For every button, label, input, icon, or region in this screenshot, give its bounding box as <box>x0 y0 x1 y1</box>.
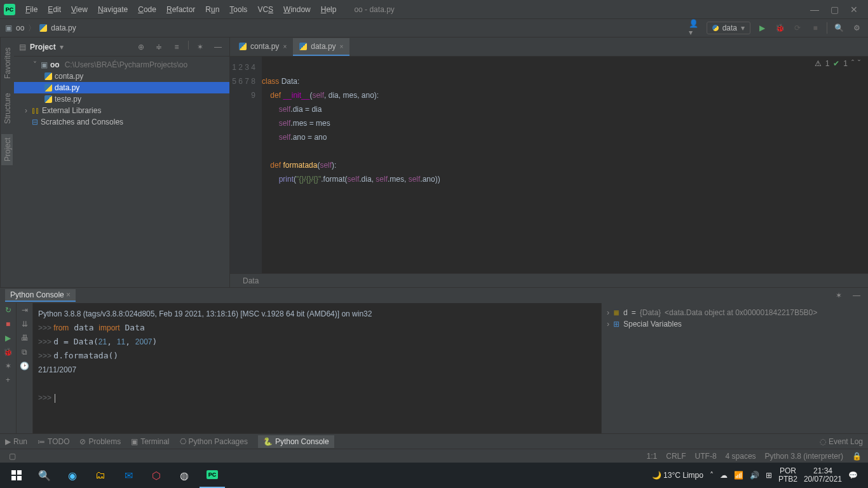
run-config-selector[interactable]: data ▾ <box>707 22 750 34</box>
chrome-icon[interactable]: ◍ <box>172 463 197 488</box>
console-hide-icon[interactable]: — <box>850 289 863 302</box>
code-editor[interactable]: 1 2 3 4 5 6 7 8 9 class Data: def __init… <box>230 57 868 273</box>
console-tab-label[interactable]: Python Console × <box>5 289 76 302</box>
btab-todo[interactable]: ≔ TODO <box>37 437 69 446</box>
print-icon[interactable]: 🖶 <box>21 334 29 342</box>
close-button[interactable]: ✕ <box>850 4 858 15</box>
favorites-tool-tab[interactable]: Favorites <box>2 44 13 83</box>
search-button[interactable]: 🔍 <box>832 22 845 34</box>
settings-button[interactable]: ⚙ <box>850 22 863 34</box>
scratches[interactable]: ⊟Scratches and Consoles <box>14 116 229 128</box>
indent-info[interactable]: 4 spaces <box>726 452 756 461</box>
weather-widget[interactable]: 🌙 13°C Limpo <box>652 471 703 480</box>
variables-panel[interactable]: ›≣ d = {Data} <data.Data object at 0x000… <box>601 303 868 433</box>
console-more-icon[interactable]: ✶ <box>5 362 11 370</box>
console-add-icon[interactable]: + <box>6 376 10 384</box>
maximize-button[interactable]: ▢ <box>831 4 839 15</box>
console-run-icon[interactable]: ▶ <box>5 334 11 342</box>
breadcrumb[interactable]: ▣ oo 〉 data.py <box>5 23 76 34</box>
close-icon[interactable]: × <box>283 43 287 50</box>
status-presentation-icon[interactable]: ▢ <box>9 452 16 461</box>
run-button[interactable]: ▶ <box>756 22 768 34</box>
project-root[interactable]: ˅▣ oo C:\Users\BRAÉ\PycharmProjects\oo <box>14 59 229 71</box>
menu-help[interactable]: Help <box>316 3 342 17</box>
menu-edit[interactable]: Edit <box>43 3 66 17</box>
onedrive-icon[interactable]: ☁ <box>720 471 728 480</box>
tab-data[interactable]: data.py× <box>293 38 349 56</box>
tab-conta[interactable]: conta.py× <box>233 38 293 56</box>
menu-code[interactable]: Code <box>133 3 161 17</box>
menu-view[interactable]: View <box>66 3 93 17</box>
dropbox-icon[interactable]: ⊞ <box>766 471 772 480</box>
soft-wrap-icon[interactable]: ⇥ <box>22 306 28 315</box>
rerun-icon[interactable]: ↻ <box>5 306 11 315</box>
inspection-widget[interactable]: ⚠1 ✔1 ˆ ˇ <box>815 59 860 68</box>
chevron-up-icon[interactable]: ˆ <box>851 59 854 68</box>
start-button[interactable] <box>4 463 29 488</box>
link-icon[interactable]: ⧉ <box>22 348 27 356</box>
debug-console-icon[interactable]: 🐞 <box>3 348 13 356</box>
var-d[interactable]: ›≣ d = {Data} <data.Data object at 0x000… <box>607 307 863 318</box>
history-icon[interactable]: 🕑 <box>20 362 29 370</box>
menu-window[interactable]: Window <box>278 3 316 17</box>
breadcrumb-root[interactable]: oo <box>16 24 24 32</box>
notifications-icon[interactable]: 💬 <box>848 471 858 480</box>
edge-icon[interactable]: ◉ <box>60 463 85 488</box>
console-stop-icon[interactable]: ■ <box>6 320 10 329</box>
btab-console[interactable]: 🐍 Python Console <box>258 435 334 448</box>
app-icon-1[interactable]: ⬡ <box>144 463 169 488</box>
btab-eventlog[interactable]: ◌ Event Log <box>820 437 863 446</box>
chevron-down-icon[interactable]: ˇ <box>858 59 860 68</box>
menu-tools[interactable]: Tools <box>224 3 252 17</box>
stop-button[interactable]: ■ <box>809 22 822 34</box>
btab-packages[interactable]: ⎔ Python Packages <box>180 437 248 446</box>
coverage-button[interactable]: ⟳ <box>791 22 804 34</box>
console-settings-icon[interactable]: ✶ <box>832 289 845 302</box>
breadcrumb-file[interactable]: data.py <box>51 24 76 32</box>
structure-tool-tab[interactable]: Structure <box>2 89 13 128</box>
menu-vcs[interactable]: VCS <box>252 3 278 17</box>
external-libraries[interactable]: ›⫿⫿External Libraries <box>14 105 229 116</box>
menu-file[interactable]: File <box>20 3 43 17</box>
btab-run[interactable]: ▶ Run <box>5 437 27 446</box>
code-content[interactable]: class Data: def __init__(self, dia, mes,… <box>262 57 868 273</box>
scroll-icon[interactable]: ⇊ <box>22 320 28 329</box>
search-taskbar-icon[interactable]: 🔍 <box>32 463 57 488</box>
wifi-icon[interactable]: 📶 <box>734 471 743 480</box>
interpreter-info[interactable]: Python 3.8 (interpreter) <box>765 452 843 461</box>
collapse-icon[interactable]: ≡ <box>170 41 183 53</box>
language-indicator[interactable]: PORPTB2 <box>778 467 797 484</box>
close-icon[interactable]: × <box>340 43 344 50</box>
menu-navigate[interactable]: Navigate <box>93 3 133 17</box>
caret-position[interactable]: 1:1 <box>647 452 658 461</box>
btab-terminal[interactable]: ▣ Terminal <box>131 437 169 446</box>
debug-button[interactable]: 🐞 <box>773 22 786 34</box>
console-output[interactable]: Python 3.8.8 (tags/v3.8.8:024d805, Feb 1… <box>33 303 601 433</box>
panel-hide-icon[interactable]: — <box>212 41 224 53</box>
line-separator[interactable]: CRLF <box>666 452 686 461</box>
project-tool-tab[interactable]: Project <box>2 134 13 165</box>
outlook-icon[interactable]: ✉ <box>116 463 141 488</box>
line-gutter[interactable]: 1 2 3 4 5 6 7 8 9 <box>230 57 262 273</box>
minimize-button[interactable]: — <box>810 4 819 15</box>
panel-settings-icon[interactable]: ✶ <box>194 41 207 53</box>
file-encoding[interactable]: UTF-8 <box>695 452 717 461</box>
pycharm-taskbar-icon[interactable]: PC <box>200 463 225 488</box>
project-tree[interactable]: ˅▣ oo C:\Users\BRAÉ\PycharmProjects\oo c… <box>14 57 229 130</box>
user-icon[interactable]: 👤▾ <box>689 22 702 34</box>
tree-file-conta[interactable]: conta.py <box>14 71 229 82</box>
volume-icon[interactable]: 🔊 <box>750 471 759 480</box>
btab-problems[interactable]: ⊘ Problems <box>79 437 121 446</box>
menu-refactor[interactable]: Refactor <box>161 3 200 17</box>
lock-icon[interactable]: 🔒 <box>852 452 862 461</box>
editor-breadcrumb[interactable]: Data <box>230 273 868 287</box>
tree-file-data[interactable]: data.py <box>14 82 229 93</box>
locate-icon[interactable]: ⊕ <box>135 41 147 53</box>
clock[interactable]: 21:3420/07/2021 <box>804 467 842 484</box>
explorer-icon[interactable]: 🗂 <box>88 463 113 488</box>
expand-icon[interactable]: ≑ <box>153 41 165 53</box>
special-variables[interactable]: ›⊞ Special Variables <box>607 318 863 330</box>
tree-file-teste[interactable]: teste.py <box>14 93 229 105</box>
tray-chevron-icon[interactable]: ˄ <box>710 471 714 480</box>
menu-run[interactable]: Run <box>200 3 224 17</box>
